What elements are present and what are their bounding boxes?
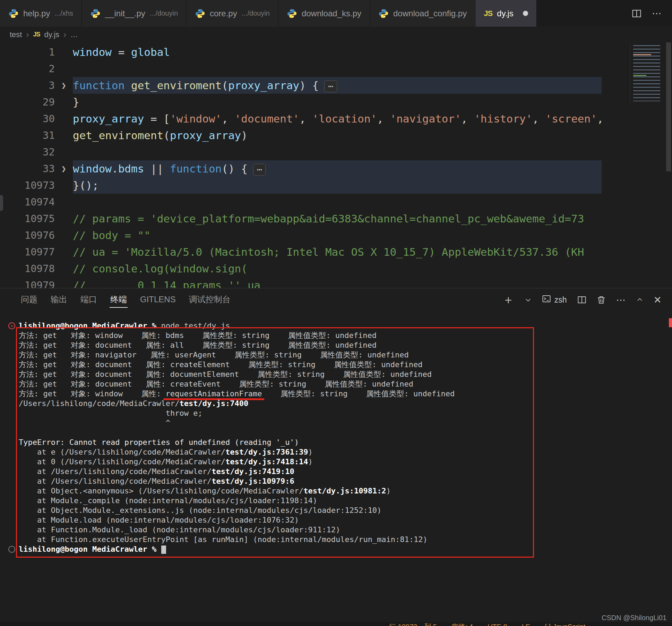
code-token: } bbox=[73, 96, 79, 108]
terminal-line: at Object.Module._extensions..js (node:i… bbox=[0, 506, 672, 515]
code-token: function bbox=[73, 79, 124, 92]
panel-tab-输出[interactable]: 输出 bbox=[45, 288, 73, 311]
command-failed-icon: ✕ bbox=[8, 322, 15, 329]
code-token: , bbox=[299, 112, 312, 125]
fold-spacer bbox=[55, 260, 73, 277]
status-bar: 行 10973，列 5空格: 4UTF-8LF{ } JavaScript bbox=[0, 622, 672, 626]
close-panel-icon[interactable]: ✕ bbox=[654, 294, 662, 306]
more-actions-icon[interactable]: ⋯ bbox=[652, 8, 662, 19]
code-token: , bbox=[461, 112, 474, 125]
breadcrumb-symbol[interactable]: … bbox=[70, 30, 78, 39]
statusbar-item[interactable]: UTF-8 bbox=[488, 622, 507, 626]
terminal-cursor[interactable] bbox=[161, 545, 166, 554]
tab-label: help.py bbox=[23, 9, 50, 18]
statusbar-item[interactable]: { } JavaScript bbox=[544, 622, 585, 626]
panel-tab-调试控制台[interactable]: 调试控制台 bbox=[183, 288, 236, 311]
code-text: get_enviroment(proxy_array) bbox=[73, 127, 602, 144]
line-number: 10977 bbox=[0, 244, 55, 260]
maximize-panel-icon[interactable] bbox=[636, 296, 643, 303]
sidebar-drag-handle[interactable] bbox=[0, 195, 3, 211]
tab-label: core.py bbox=[210, 9, 237, 18]
statusbar-item[interactable]: LF bbox=[522, 622, 530, 626]
code-token: // console.log(window.sign( bbox=[73, 262, 248, 275]
panel-tab-终端[interactable]: 终端 bbox=[105, 288, 132, 311]
tab-__init__.py[interactable]: __init__.py.../douyin bbox=[82, 0, 187, 27]
code-line: 10978// console.log(window.sign( bbox=[0, 260, 602, 277]
code-text: window.bdms || function() {⋯ bbox=[73, 160, 602, 177]
kill-terminal-icon[interactable] bbox=[597, 295, 606, 304]
code-text: proxy_array = ['window', 'document', 'lo… bbox=[73, 110, 602, 127]
code-line: 1window = global bbox=[0, 44, 602, 60]
code-token: 'history' bbox=[474, 112, 532, 125]
editor-scrollbar[interactable] bbox=[666, 42, 671, 171]
fold-spacer bbox=[55, 127, 73, 144]
terminal-text: test/dy.js:10979:6 bbox=[212, 477, 294, 485]
chevron-down-icon[interactable] bbox=[525, 296, 532, 303]
panel-tab-问题[interactable]: 问题 bbox=[15, 288, 43, 311]
split-terminal-icon[interactable] bbox=[577, 295, 586, 304]
terminal-text: at 0 (/Users/lishilong/code/MediaCrawler… bbox=[19, 457, 225, 466]
terminal-line: at e (/Users/lishilong/code/MediaCrawler… bbox=[0, 447, 672, 457]
panel-tab-GITLENS[interactable]: GITLENS bbox=[135, 288, 181, 311]
code-token: proxy_array bbox=[73, 112, 144, 125]
new-terminal-button[interactable]: ＋ bbox=[502, 292, 514, 308]
folded-code-badge: ⋯ bbox=[324, 81, 337, 92]
fold-chevron-icon[interactable]: ❯ bbox=[55, 160, 73, 177]
tab-download_ks.py[interactable]: download_ks.py bbox=[278, 0, 370, 27]
statusbar-items: 行 10973，列 5空格: 4UTF-8LF{ } JavaScript bbox=[0, 622, 672, 626]
statusbar-item[interactable]: 行 10973，列 5 bbox=[389, 622, 437, 626]
terminal-text: 方法: get 对象: document 属性: createElement 属… bbox=[19, 360, 422, 369]
terminal-text: 方法: get 对象: document 属性: documentElement… bbox=[19, 370, 432, 379]
code-line: 10977// ua = 'Mozilla/5.0 (Macintosh; In… bbox=[0, 244, 602, 260]
tab-help.py[interactable]: help.py.../xhs bbox=[0, 0, 82, 27]
python-icon bbox=[195, 8, 205, 19]
more-actions-icon[interactable]: ⋯ bbox=[616, 294, 626, 306]
fold-spacer bbox=[55, 194, 73, 210]
statusbar-item[interactable]: 空格: 4 bbox=[451, 622, 473, 626]
terminal-text: at Object.Module._extensions..js (node:i… bbox=[19, 506, 381, 515]
code-line: 29} bbox=[0, 94, 602, 110]
terminal-text: 方法: get 对象: navigator 属性: userAgent 属性类型… bbox=[19, 350, 409, 359]
panel-tab-端口[interactable]: 端口 bbox=[75, 288, 103, 311]
code-token: function bbox=[170, 162, 222, 175]
tab-label: download_config.py bbox=[393, 9, 467, 18]
terminal-text: 属性类型: string 属性值类型: undefined bbox=[262, 389, 455, 398]
terminal-text: node test/dy.js bbox=[156, 321, 230, 330]
chevron-right-icon: › bbox=[26, 30, 29, 40]
terminal-line: 方法: get 对象: navigator 属性: userAgent 属性类型… bbox=[0, 350, 672, 360]
terminal-text: at Module._compile (node:internal/module… bbox=[19, 496, 317, 505]
code-line: 10974 bbox=[0, 194, 602, 210]
line-number: 10974 bbox=[0, 194, 55, 210]
js-icon-glyph: JS bbox=[484, 9, 492, 18]
terminal-line: at Module.load (node:internal/modules/cj… bbox=[0, 515, 672, 525]
code-text: // 0 1 14 params '' ua bbox=[73, 277, 602, 288]
code-token: 'screen' bbox=[545, 112, 597, 125]
tab-download_config.py[interactable]: download_config.py bbox=[370, 0, 475, 27]
tab-dy.js[interactable]: JSdy.js bbox=[475, 0, 537, 27]
tab-label: __init__.py bbox=[105, 9, 145, 18]
minimap-code bbox=[633, 45, 660, 101]
folded-code-badge: ⋯ bbox=[253, 164, 266, 176]
terminal-line bbox=[0, 428, 672, 438]
minimap[interactable] bbox=[630, 42, 664, 104]
bottom-panel: 问题输出端口终端GITLENS调试控制台 ＋ zsh ⋯ ✕ bbox=[0, 288, 672, 626]
split-editor-icon[interactable] bbox=[632, 9, 641, 18]
code-token bbox=[124, 79, 131, 92]
code-text bbox=[73, 144, 602, 160]
terminal-text: ) bbox=[308, 457, 312, 466]
breadcrumb-file[interactable]: dy.js bbox=[44, 30, 60, 39]
terminal-profile[interactable]: zsh bbox=[542, 294, 567, 305]
line-number: 10978 bbox=[0, 260, 55, 277]
code-line: 10975// params = 'device_platform=webapp… bbox=[0, 210, 602, 227]
breadcrumb-folder[interactable]: test bbox=[10, 30, 22, 39]
code-editor[interactable]: 1window = global23❯function get_envirome… bbox=[0, 42, 672, 288]
terminal-line: at Function.Module._load (node:internal/… bbox=[0, 525, 672, 535]
fold-chevron-icon[interactable]: ❯ bbox=[55, 77, 73, 94]
terminal-text: at Module.load (node:internal/modules/cj… bbox=[19, 516, 299, 524]
minimap-accent bbox=[633, 54, 651, 55]
code-line: 2 bbox=[0, 60, 602, 77]
tab-core.py[interactable]: core.py.../douyin bbox=[187, 0, 278, 27]
terminal[interactable]: ✕lishilong@bogon MediaCrawler % node tes… bbox=[0, 311, 672, 626]
terminal-line: 方法: get 对象: document 属性: createElement 属… bbox=[0, 360, 672, 370]
fold-spacer bbox=[55, 110, 73, 127]
